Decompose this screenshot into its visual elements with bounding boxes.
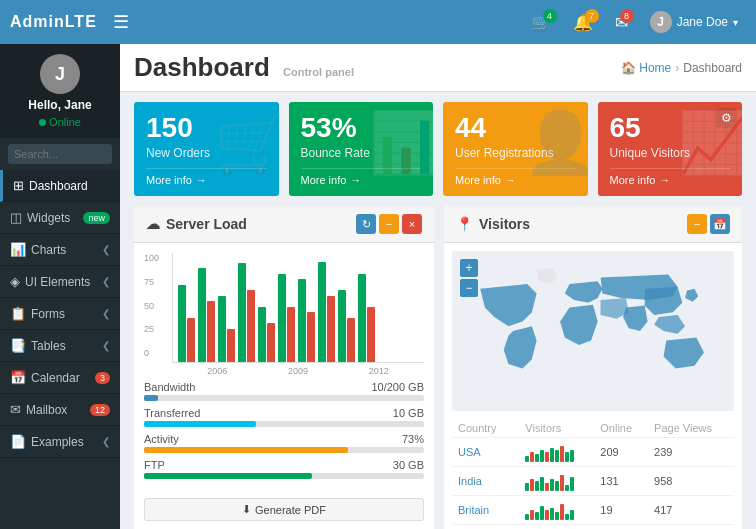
bar-green: [338, 290, 346, 362]
mailbox-badge: 12: [90, 404, 110, 416]
cart-nav-icon[interactable]: 🛒4: [523, 9, 559, 36]
map-svg: [452, 251, 734, 411]
breadcrumb-home[interactable]: 🏠 Home: [621, 61, 671, 75]
mini-bar: [545, 510, 549, 520]
bar-group-9: [338, 290, 355, 362]
map-zoom-in[interactable]: +: [460, 259, 478, 277]
mini-bar: [535, 481, 539, 491]
bar-green: [218, 296, 226, 362]
visitors-calendar-btn[interactable]: 📅: [710, 214, 730, 234]
table-row: Britain 19 417: [452, 496, 734, 525]
mini-bar: [565, 485, 569, 491]
main-wrapper: J Hello, Jane Online ⊞Dashboard ◫Widgets…: [0, 44, 756, 529]
table-row: India 131 958: [452, 467, 734, 496]
sidebar-item-examples[interactable]: 📄Examples ❮: [0, 426, 120, 458]
sidebar-item-tables[interactable]: 📑Tables ❮: [0, 330, 120, 362]
search-input[interactable]: [8, 144, 112, 164]
mini-bar: [535, 512, 539, 520]
user-menu[interactable]: J Jane Doe ▾: [642, 11, 746, 33]
mini-bar: [560, 504, 564, 520]
stat-reg-icon: 👤: [523, 107, 588, 178]
page-title: Dashboard Control panel: [134, 52, 354, 83]
map-zoom-out[interactable]: −: [460, 279, 478, 297]
visitors-title: 📍 Visitors: [456, 216, 530, 232]
server-load-title: ☁ Server Load: [146, 216, 247, 232]
envelope-nav-icon[interactable]: ✉8: [607, 9, 636, 36]
sidebar-item-calendar[interactable]: 📅Calendar 3: [0, 362, 120, 394]
username: Jane Doe: [677, 15, 728, 29]
ftp-row: FTP30 GB: [144, 459, 424, 479]
bar-chart-container: 100 75 50 25 0: [144, 253, 424, 376]
bar-group-8: [318, 262, 335, 362]
server-load-close-btn[interactable]: ×: [402, 214, 422, 234]
tables-chevron: ❮: [102, 340, 110, 351]
world-map: + −: [452, 251, 734, 411]
mini-bar: [525, 514, 529, 520]
bar-green: [358, 274, 366, 362]
calendar-badge: 3: [95, 372, 110, 384]
mini-bar: [555, 450, 559, 462]
bar-red: [347, 318, 355, 362]
navbar-toggle[interactable]: ☰: [105, 11, 137, 33]
mini-bar: [530, 452, 534, 462]
content-wrapper: Dashboard Control panel 🏠 Home › Dashboa…: [120, 44, 756, 529]
visitors-minimize-btn[interactable]: −: [687, 214, 707, 234]
country-visitors: [519, 525, 594, 530]
cart-badge: 4: [543, 9, 557, 23]
bar-group-3: [218, 296, 235, 362]
country-online: 131: [594, 467, 648, 496]
country-name: Brazil: [452, 525, 519, 530]
sidebar-item-dashboard[interactable]: ⊞Dashboard: [0, 170, 120, 202]
bar-red: [227, 329, 235, 362]
server-load-header: ☁ Server Load ↻ − ×: [134, 206, 434, 243]
bar-group-4: [238, 263, 255, 362]
bar-red: [367, 307, 375, 362]
sidebar-item-charts[interactable]: 📊Charts ❮: [0, 234, 120, 266]
page-title-area: Dashboard Control panel: [134, 52, 354, 83]
status-label: Online: [49, 116, 81, 128]
bar-green: [178, 285, 186, 362]
map-controls: + −: [460, 259, 478, 297]
avatar: J: [650, 11, 672, 33]
user-dropdown-icon: ▾: [733, 17, 738, 28]
server-load-body: 100 75 50 25 0: [134, 243, 434, 529]
stat-visitors-icon: 📈: [677, 107, 742, 178]
generate-pdf-button[interactable]: ⬇ Generate PDF: [144, 498, 424, 521]
bottom-row: ☁ Server Load ↻ − × 100 75: [120, 206, 756, 529]
stat-box-bounce: 53% Bounce Rate 📊 More info →: [289, 102, 434, 196]
bandwidth-row: Bandwidth10/200 GB: [144, 381, 424, 401]
mailbox-icon: ✉: [10, 402, 21, 417]
activity-row: Activity73%: [144, 433, 424, 453]
mini-bar: [550, 479, 554, 491]
bar-group-10: [358, 274, 375, 362]
col-pageviews: Page Views: [648, 419, 734, 438]
status-dot: [39, 119, 46, 126]
sidebar-item-forms[interactable]: 📋Forms ❮: [0, 298, 120, 330]
transferred-row: Transferred10 GB: [144, 407, 424, 427]
tables-icon: 📑: [10, 338, 26, 353]
stat-box-registrations: 44 User Registrations 👤 More info →: [443, 102, 588, 196]
server-load-refresh-btn[interactable]: ↻: [356, 214, 376, 234]
sidebar: J Hello, Jane Online ⊞Dashboard ◫Widgets…: [0, 44, 120, 529]
charts-chevron: ❮: [102, 244, 110, 255]
bell-nav-icon[interactable]: 🔔7: [565, 9, 601, 36]
visitors-actions: − 📅: [687, 214, 730, 234]
sidebar-item-widgets[interactable]: ◫Widgets new: [0, 202, 120, 234]
mini-bar: [535, 454, 539, 462]
sidebar-item-mailbox[interactable]: ✉Mailbox 12: [0, 394, 120, 426]
stat-box-visitors: ⚙ 65 Unique Visitors 📈 More info →: [598, 102, 743, 196]
bar-red: [327, 296, 335, 362]
server-load-minimize-btn[interactable]: −: [379, 214, 399, 234]
sidebar-item-ui-elements[interactable]: ◈UI Elements ❮: [0, 266, 120, 298]
mini-bar: [525, 483, 529, 491]
col-visitors: Visitors: [519, 419, 594, 438]
ui-chevron: ❮: [102, 276, 110, 287]
country-name: USA: [452, 438, 519, 467]
transferred-bar: [144, 421, 256, 427]
dashboard-icon: ⊞: [13, 178, 24, 193]
mini-bar: [560, 446, 564, 462]
col-country: Country: [452, 419, 519, 438]
country-pageviews: 417: [648, 496, 734, 525]
mini-bar: [560, 475, 564, 491]
location-icon: 📍: [456, 216, 473, 232]
